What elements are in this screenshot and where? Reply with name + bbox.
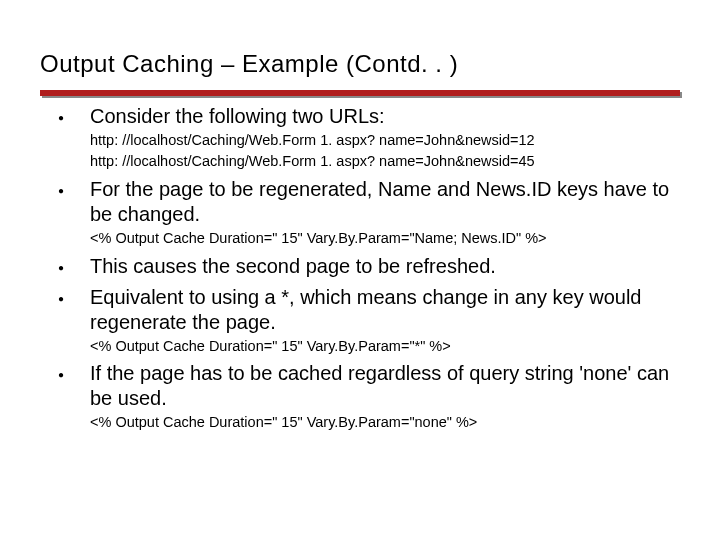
bullet-text-3: This causes the second page to be refres… (90, 254, 680, 279)
bullet-icon: ● (46, 104, 90, 123)
bullet-row-2: ● For the page to be regenerated, Name a… (46, 177, 680, 227)
bullet-row-5: ● If the page has to be cached regardles… (46, 361, 680, 411)
code-line-1: <% Output Cache Duration=" 15" Vary.By.P… (90, 229, 680, 248)
slide-content: ● Consider the following two URLs: http:… (40, 104, 680, 432)
url-line-2: http: //localhost/Caching/Web.Form 1. as… (90, 152, 680, 171)
title-divider (40, 90, 680, 96)
bullet-text-4: Equivalent to using a *, which means cha… (90, 285, 680, 335)
bullet-text-2: For the page to be regenerated, Name and… (90, 177, 680, 227)
bullet-row-4: ● Equivalent to using a *, which means c… (46, 285, 680, 335)
bullet-icon: ● (46, 361, 90, 380)
bullet-icon: ● (46, 285, 90, 304)
bullet-row-3: ● This causes the second page to be refr… (46, 254, 680, 279)
bullet-icon: ● (46, 177, 90, 196)
slide-title: Output Caching – Example (Contd. . ) (40, 50, 680, 78)
code-line-2: <% Output Cache Duration=" 15" Vary.By.P… (90, 337, 680, 356)
url-line-1: http: //localhost/Caching/Web.Form 1. as… (90, 131, 680, 150)
bullet-text-5: If the page has to be cached regardless … (90, 361, 680, 411)
bullet-icon: ● (46, 254, 90, 273)
bullet-text-1: Consider the following two URLs: (90, 104, 680, 129)
bullet-row-1: ● Consider the following two URLs: (46, 104, 680, 129)
code-line-3: <% Output Cache Duration=" 15" Vary.By.P… (90, 413, 680, 432)
